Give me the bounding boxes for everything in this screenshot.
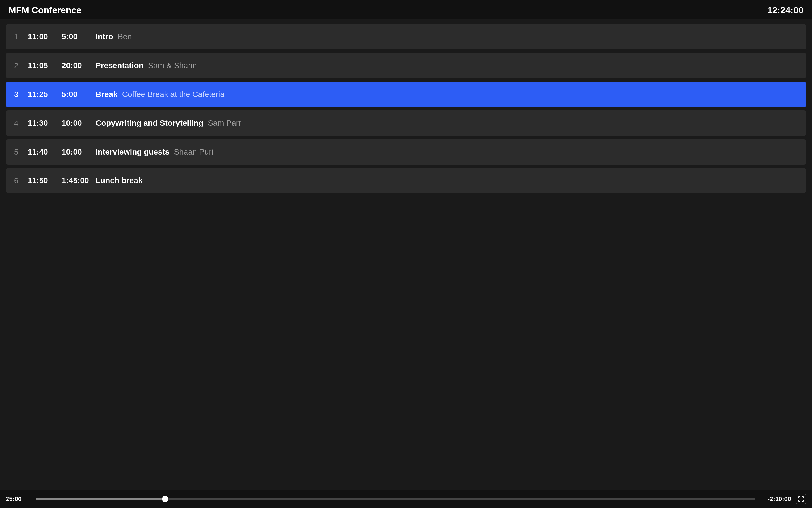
row-number: 2 [14, 61, 28, 70]
player-bar: 25:00 -2:10:00 [0, 490, 812, 508]
row-time: 11:30 [28, 119, 62, 128]
row-subtitle: Coffee Break at the Cafeteria [122, 90, 225, 99]
conference-title: MFM Conference [8, 5, 81, 15]
time-remaining: -2:10:00 [760, 495, 791, 503]
table-row[interactable]: 3 11:25 5:00 Break Coffee Break at the C… [6, 82, 806, 107]
table-row[interactable]: 5 11:40 10:00 Interviewing guests Shaan … [6, 139, 806, 165]
row-time: 11:05 [28, 61, 62, 70]
row-duration: 20:00 [62, 61, 95, 70]
expand-button[interactable] [796, 494, 806, 504]
table-row[interactable]: 2 11:05 20:00 Presentation Sam & Shann [6, 53, 806, 78]
row-time: 11:50 [28, 176, 62, 185]
row-subtitle: Shaan Puri [174, 147, 213, 157]
row-title: Copywriting and Storytelling [95, 119, 203, 128]
clock-display: 12:24:00 [767, 5, 804, 15]
row-duration: 10:00 [62, 147, 95, 157]
time-elapsed: 25:00 [6, 495, 31, 503]
row-title: Presentation [95, 61, 144, 70]
row-title: Interviewing guests [95, 147, 169, 157]
table-row[interactable]: 6 11:50 1:45:00 Lunch break [6, 168, 806, 193]
progress-filled [36, 498, 165, 500]
progress-thumb[interactable] [162, 496, 168, 502]
table-row[interactable]: 1 11:00 5:00 Intro Ben [6, 24, 806, 49]
expand-icon [799, 497, 804, 502]
row-duration: 10:00 [62, 119, 95, 128]
row-number: 6 [14, 176, 28, 185]
row-subtitle: Sam Parr [208, 119, 241, 128]
table-row[interactable]: 4 11:30 10:00 Copywriting and Storytelli… [6, 111, 806, 136]
row-time: 11:40 [28, 147, 62, 157]
row-duration: 1:45:00 [62, 176, 95, 185]
row-number: 3 [14, 90, 28, 99]
row-title: Break [95, 90, 118, 99]
row-title: Lunch break [95, 176, 143, 185]
row-title: Intro [95, 32, 113, 41]
row-duration: 5:00 [62, 90, 95, 99]
row-duration: 5:00 [62, 32, 95, 41]
header: MFM Conference 12:24:00 [0, 0, 812, 19]
row-number: 1 [14, 33, 28, 41]
row-number: 4 [14, 119, 28, 128]
progress-track[interactable] [36, 498, 756, 500]
schedule-list: 1 11:00 5:00 Intro Ben 2 11:05 20:00 Pre… [0, 19, 812, 490]
row-subtitle: Ben [118, 32, 132, 41]
row-time: 11:25 [28, 90, 62, 99]
row-number: 5 [14, 148, 28, 157]
row-subtitle: Sam & Shann [148, 61, 197, 70]
row-time: 11:00 [28, 32, 62, 41]
